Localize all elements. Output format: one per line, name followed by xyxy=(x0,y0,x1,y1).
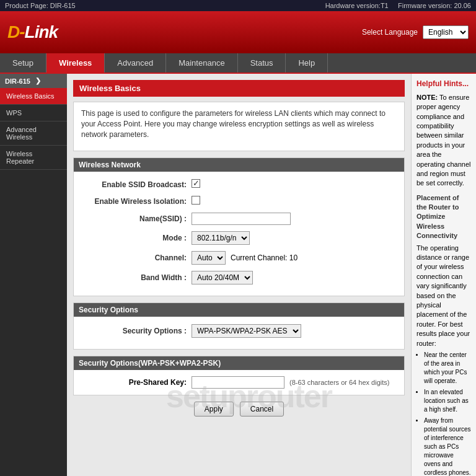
wireless-network-body: Enable SSID Broadcast: Enable Wireless I… xyxy=(74,172,404,296)
tab-wireless[interactable]: Wireless xyxy=(46,53,105,73)
wireless-isolation-control xyxy=(192,196,398,206)
wireless-isolation-label: Enable Wireless Isolation: xyxy=(80,197,192,206)
header: D-Link Select Language English French Ge… xyxy=(0,11,476,53)
wireless-isolation-checkbox[interactable] xyxy=(192,196,200,205)
tip-3: Away from potential sources of interfere… xyxy=(424,416,471,476)
top-bar: Product Page: DIR-615 Hardware version:T… xyxy=(0,0,476,11)
sidebar-item-wireless-basics[interactable]: Wireless Basics xyxy=(0,88,67,105)
mode-row: Mode : 802.11b/g/n 802.11b 802.11g 802.1… xyxy=(74,230,404,246)
sidebar-item-wireless-repeater[interactable]: Wireless Repeater xyxy=(0,146,67,170)
mode-control: 802.11b/g/n 802.11b 802.11g 802.11n xyxy=(192,231,398,245)
ssid-name-label: Name(SSID) : xyxy=(80,214,192,223)
cancel-button[interactable]: Cancel xyxy=(240,402,284,416)
product-label: Product Page: DIR-615 xyxy=(5,2,76,9)
ssid-broadcast-label: Enable SSID Broadcast: xyxy=(80,180,192,189)
note-label: NOTE: xyxy=(416,94,438,101)
note-section: NOTE: To ensure proper agency compliance… xyxy=(416,93,471,188)
language-dropdown[interactable]: English French German Spanish xyxy=(423,25,469,39)
ssid-broadcast-checkbox[interactable] xyxy=(192,179,200,188)
security-options-control: WPA-PSK/WPA2-PSK AES None WEP WPA-PSK WP… xyxy=(192,324,398,338)
bandwidth-label: Band Width : xyxy=(80,273,192,282)
wireless-network-header: Wireless Network xyxy=(74,158,404,172)
channel-select[interactable]: Auto 1234 5678 91011 xyxy=(192,251,226,265)
security-options-header: Security Options xyxy=(74,303,404,317)
right-panel: Helpful Hints... NOTE: To ensure proper … xyxy=(411,74,476,476)
security-options-body: Security Options : WPA-PSK/WPA2-PSK AES … xyxy=(74,317,404,349)
security-wpa-header: Security Options(WPA-PSK+WPA2-PSK) xyxy=(74,356,404,370)
bandwidth-select[interactable]: Auto 20/40M 20M 40M xyxy=(192,271,253,284)
logo: D-Link xyxy=(7,22,58,42)
wireless-isolation-row: Enable Wireless Isolation: xyxy=(74,195,404,208)
logo-link: Link xyxy=(25,22,58,42)
channel-control: Auto 1234 5678 91011 Current Channel: 10 xyxy=(192,251,398,265)
security-options-section: Security Options Security Options : WPA-… xyxy=(73,302,405,350)
bandwidth-row: Band Width : Auto 20/40M 20M 40M xyxy=(74,270,404,286)
tab-setup[interactable]: Setup xyxy=(0,53,46,73)
breadcrumb-divider: ❯ xyxy=(35,77,41,85)
psk-input[interactable] xyxy=(192,376,284,389)
description-box: This page is used to configure the param… xyxy=(73,102,405,151)
ssid-name-input[interactable] xyxy=(192,213,291,225)
ssid-broadcast-control xyxy=(192,179,398,190)
sidebar: DIR-615 ❯ Wireless Basics WPS Advanced W… xyxy=(0,74,67,476)
tab-help[interactable]: Help xyxy=(286,53,328,73)
placement-tips: Near the center of the area in which you… xyxy=(424,351,471,476)
select-language-label: Select Language xyxy=(362,28,418,37)
version-info: Hardware version:T1 Firmware version: 20… xyxy=(325,2,471,9)
tip-1: Near the center of the area in which you… xyxy=(424,351,471,386)
wireless-network-section: Wireless Network Enable SSID Broadcast: … xyxy=(73,157,405,296)
tip-2: In an elevated location such as a high s… xyxy=(424,388,471,414)
button-row: Apply Cancel xyxy=(73,402,405,416)
channel-row: Channel: Auto 1234 5678 91011 Current Ch… xyxy=(74,250,404,266)
psk-row: Pre-Shared Key: (8-63 characters or 64 h… xyxy=(74,370,404,395)
channel-label: Channel: xyxy=(80,253,192,262)
psk-hint: (8-63 characters or 64 hex digits) xyxy=(289,379,389,386)
ssid-broadcast-row: Enable SSID Broadcast: xyxy=(74,178,404,191)
content-area: Wireless Basics This page is used to con… xyxy=(67,74,411,476)
bandwidth-control: Auto 20/40M 20M 40M xyxy=(192,271,398,284)
security-options-row: Security Options : WPA-PSK/WPA2-PSK AES … xyxy=(74,323,404,339)
helpful-hints-title: Helpful Hints... xyxy=(416,79,471,89)
page-title: Wireless Basics xyxy=(79,84,141,93)
description-text: This page is used to configure the param… xyxy=(81,108,397,139)
nav-tabs: Setup Wireless Advanced Maintenance Stat… xyxy=(0,53,476,74)
logo-d: D- xyxy=(7,22,25,42)
language-selector-area: Select Language English French German Sp… xyxy=(362,25,469,39)
security-wpa-section: Security Options(WPA-PSK+WPA2-PSK) Pre-S… xyxy=(73,356,405,395)
sidebar-item-wps[interactable]: WPS xyxy=(0,105,67,121)
ssid-name-row: Name(SSID) : xyxy=(74,211,404,226)
sidebar-item-advanced-wireless[interactable]: Advanced Wireless xyxy=(0,121,67,146)
placement-title: Placement of the Router to Optimize Wire… xyxy=(416,193,471,241)
main-layout: DIR-615 ❯ Wireless Basics WPS Advanced W… xyxy=(0,74,476,476)
tab-advanced[interactable]: Advanced xyxy=(105,53,166,73)
security-options-label: Security Options : xyxy=(80,327,192,335)
ssid-name-control xyxy=(192,213,398,225)
tab-maintenance[interactable]: Maintenance xyxy=(166,53,237,73)
router-model-label: DIR-615 ❯ xyxy=(0,74,67,88)
security-options-select[interactable]: WPA-PSK/WPA2-PSK AES None WEP WPA-PSK WP… xyxy=(192,324,301,338)
placement-text: The operating distance or range of your … xyxy=(416,244,471,348)
psk-label: Pre-Shared Key: xyxy=(80,378,192,387)
placement-section: Placement of the Router to Optimize Wire… xyxy=(416,193,471,476)
page-title-bar: Wireless Basics xyxy=(73,80,405,97)
current-channel-label: Current Channel: 10 xyxy=(231,253,298,262)
apply-button[interactable]: Apply xyxy=(194,402,234,416)
mode-select[interactable]: 802.11b/g/n 802.11b 802.11g 802.11n xyxy=(192,231,250,245)
note-text: To ensure proper agency compliance and c… xyxy=(416,94,470,187)
tab-status[interactable]: Status xyxy=(238,53,286,73)
mode-label: Mode : xyxy=(80,234,192,242)
